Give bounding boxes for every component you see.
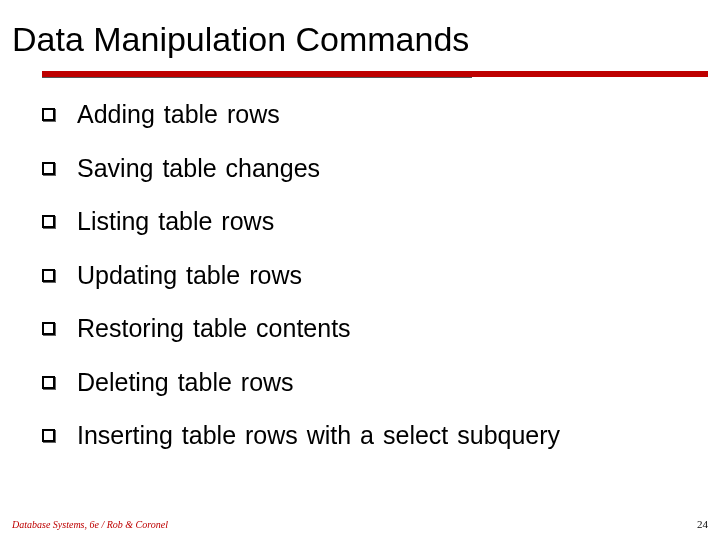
list-item: Adding table rows (42, 101, 708, 129)
list-item: Restoring table contents (42, 315, 708, 343)
list-item: Updating table rows (42, 262, 708, 290)
bullet-text: Adding table rows (77, 101, 280, 129)
title-rule (12, 65, 708, 81)
slide: Data Manipulation Commands Adding table … (0, 0, 720, 540)
bullet-text: Listing table rows (77, 208, 274, 236)
footer: Database Systems, 6e / Rob & Coronel 24 (12, 518, 708, 530)
list-item: Saving table changes (42, 155, 708, 183)
square-bullet-icon (42, 429, 55, 442)
square-bullet-icon (42, 215, 55, 228)
page-title: Data Manipulation Commands (12, 20, 708, 59)
bullet-text: Updating table rows (77, 262, 302, 290)
list-item: Listing table rows (42, 208, 708, 236)
square-bullet-icon (42, 376, 55, 389)
bullet-text: Saving table changes (77, 155, 320, 183)
bullet-text: Inserting table rows with a select subqu… (77, 422, 560, 450)
list-item: Inserting table rows with a select subqu… (42, 422, 708, 450)
list-item: Deleting table rows (42, 369, 708, 397)
square-bullet-icon (42, 108, 55, 121)
bullet-text: Restoring table contents (77, 315, 351, 343)
footer-source: Database Systems, 6e / Rob & Coronel (12, 519, 168, 530)
square-bullet-icon (42, 322, 55, 335)
rule-shadow (42, 77, 472, 78)
bullet-list: Adding table rows Saving table changes L… (12, 101, 708, 450)
footer-page-number: 24 (697, 518, 708, 530)
bullet-text: Deleting table rows (77, 369, 294, 397)
square-bullet-icon (42, 269, 55, 282)
square-bullet-icon (42, 162, 55, 175)
